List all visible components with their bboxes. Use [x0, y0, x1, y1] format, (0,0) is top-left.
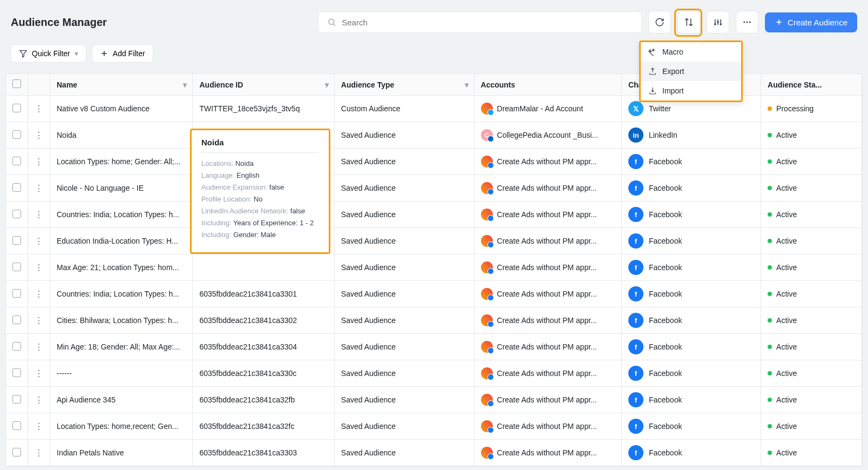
more-button[interactable]	[736, 11, 758, 33]
row-actions-cell[interactable]: ⋮	[28, 307, 50, 334]
kebab-icon[interactable]: ⋮	[35, 316, 43, 325]
checkbox-icon[interactable]	[12, 289, 21, 298]
row-actions-cell[interactable]: ⋮	[28, 360, 50, 387]
row-name-text: Location Types: home; Gender: All;...	[57, 157, 186, 166]
table-row[interactable]: ⋮ Cities: Bhilwara; Location Types: h...…	[6, 307, 862, 334]
kebab-icon[interactable]: ⋮	[35, 448, 43, 458]
checkbox-icon[interactable]	[12, 79, 21, 88]
row-checkbox-cell[interactable]	[6, 387, 28, 413]
kebab-icon[interactable]: ⋮	[35, 369, 43, 378]
row-account-text: Create Ads without PM appr...	[497, 422, 597, 431]
table-row[interactable]: ⋮ Api Audience 345 6035fbddeac21c3841ca3…	[6, 387, 862, 413]
kebab-icon[interactable]: ⋮	[35, 131, 43, 140]
account-avatar	[481, 261, 493, 273]
channel-icon: f	[628, 180, 643, 196]
checkbox-icon[interactable]	[12, 130, 21, 139]
row-checkbox-cell[interactable]	[6, 254, 28, 281]
row-checkbox-cell[interactable]	[6, 281, 28, 307]
dropdown-item-import[interactable]: Import	[641, 81, 741, 100]
checkbox-icon[interactable]	[12, 236, 21, 245]
row-actions-cell[interactable]: ⋮	[28, 228, 50, 254]
row-checkbox-cell[interactable]	[6, 307, 28, 334]
row-actions-cell[interactable]: ⋮	[28, 281, 50, 307]
column-header-accounts[interactable]: Accounts	[474, 74, 621, 96]
row-actions-cell[interactable]: ⋮	[28, 202, 50, 228]
table-row[interactable]: ⋮ Min Age: 18; Gender: All; Max Age:... …	[6, 334, 862, 360]
checkbox-icon[interactable]	[12, 368, 21, 377]
kebab-icon[interactable]: ⋮	[35, 422, 43, 431]
table-row[interactable]: ⋮ Noida Saved Audience C CollegePedia Ac…	[6, 122, 862, 149]
sort-button[interactable]	[677, 11, 700, 33]
column-header-audience-id[interactable]: Audience ID▾	[193, 74, 334, 96]
row-checkbox-cell[interactable]	[6, 149, 28, 175]
add-filter-button[interactable]: Add Filter	[92, 44, 153, 63]
checkbox-icon[interactable]	[12, 395, 21, 404]
row-actions-cell[interactable]: ⋮	[28, 175, 50, 202]
column-header-status[interactable]: Audience Sta...	[761, 74, 862, 96]
quick-filter-button[interactable]: Quick Filter ▾	[11, 44, 86, 63]
row-account-cell: C CollegePedia Account _Busi...	[474, 122, 621, 149]
row-checkbox-cell[interactable]	[6, 440, 28, 466]
row-status-cell: Active	[761, 122, 862, 149]
table-row[interactable]: ⋮ Location Types: home,recent; Gen... 60…	[6, 413, 862, 440]
dropdown-item-export[interactable]: Export	[641, 62, 741, 81]
row-actions-cell[interactable]: ⋮	[28, 387, 50, 413]
row-status-text: Active	[776, 395, 797, 404]
row-name-cell: Api Audience 345	[50, 387, 193, 413]
table-row[interactable]: ⋮ Nicole - No Language - IE Saved Audien…	[6, 175, 862, 202]
kebab-icon[interactable]: ⋮	[35, 184, 43, 193]
kebab-icon[interactable]: ⋮	[35, 290, 43, 299]
row-checkbox-cell[interactable]	[6, 175, 28, 202]
checkbox-icon[interactable]	[12, 210, 21, 218]
refresh-button[interactable]	[648, 11, 671, 33]
checkbox-icon[interactable]	[12, 104, 21, 112]
checkbox-icon[interactable]	[12, 263, 21, 271]
table-row[interactable]: ⋮ Indian Petals Native 6035fbddeac21c384…	[6, 440, 862, 466]
checkbox-icon[interactable]	[12, 315, 21, 324]
select-all-header[interactable]	[6, 74, 28, 96]
kebab-icon[interactable]: ⋮	[35, 263, 43, 272]
table-row[interactable]: ⋮ Education India-Location Types: H... S…	[6, 228, 862, 254]
kebab-icon[interactable]: ⋮	[35, 395, 43, 405]
tooltip-row: Including: Gender: Male	[201, 231, 319, 239]
create-audience-button[interactable]: Create Audience	[765, 12, 857, 32]
row-actions-cell[interactable]: ⋮	[28, 440, 50, 466]
row-checkbox-cell[interactable]	[6, 360, 28, 387]
row-actions-cell[interactable]: ⋮	[28, 149, 50, 175]
row-account-text: Create Ads without PM appr...	[497, 343, 597, 351]
table-row[interactable]: ⋮ ------ 6035fbddeac21c3841ca330c Saved …	[6, 360, 862, 387]
row-name-text: Countries: India; Location Types: h...	[57, 290, 186, 298]
row-checkbox-cell[interactable]	[6, 334, 28, 360]
row-checkbox-cell[interactable]	[6, 96, 28, 122]
row-checkbox-cell[interactable]	[6, 122, 28, 149]
checkbox-icon[interactable]	[12, 421, 21, 430]
kebab-icon[interactable]: ⋮	[35, 157, 43, 166]
kebab-icon[interactable]: ⋮	[35, 237, 43, 246]
columns-icon	[713, 17, 723, 27]
table-row[interactable]: ⋮ Location Types: home; Gender: All;... …	[6, 149, 862, 175]
columns-button[interactable]	[707, 11, 729, 33]
checkbox-icon[interactable]	[12, 157, 21, 165]
row-actions-cell[interactable]: ⋮	[28, 254, 50, 281]
column-header-name[interactable]: Name▾	[50, 74, 193, 96]
checkbox-icon[interactable]	[12, 448, 21, 456]
row-actions-cell[interactable]: ⋮	[28, 96, 50, 122]
search-input[interactable]	[342, 18, 633, 27]
checkbox-icon[interactable]	[12, 183, 21, 192]
row-checkbox-cell[interactable]	[6, 202, 28, 228]
table-row[interactable]: ⋮ Countries: India; Location Types: h...…	[6, 281, 862, 307]
table-row[interactable]: ⋮ Countries: India; Location Types: h...…	[6, 202, 862, 228]
search-box[interactable]	[318, 11, 642, 33]
column-header-audience-type[interactable]: Audience Type▾	[334, 74, 474, 96]
kebab-icon[interactable]: ⋮	[35, 104, 43, 113]
table-row[interactable]: ⋮ Max Age: 21; Location Types: hom... Sa…	[6, 254, 862, 281]
row-checkbox-cell[interactable]	[6, 413, 28, 440]
checkbox-icon[interactable]	[12, 342, 21, 351]
row-actions-cell[interactable]: ⋮	[28, 413, 50, 440]
row-actions-cell[interactable]: ⋮	[28, 334, 50, 360]
row-actions-cell[interactable]: ⋮	[28, 122, 50, 149]
kebab-icon[interactable]: ⋮	[35, 343, 43, 352]
kebab-icon[interactable]: ⋮	[35, 210, 43, 219]
dropdown-item-macro[interactable]: Macro	[641, 42, 741, 62]
row-checkbox-cell[interactable]	[6, 228, 28, 254]
